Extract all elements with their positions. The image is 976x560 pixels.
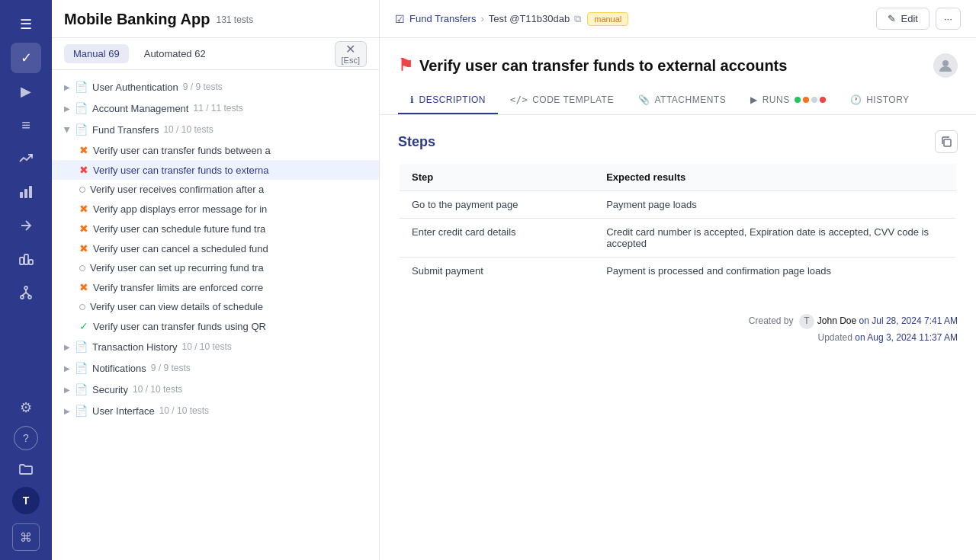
cmd-shortcut[interactable]: ⌘ bbox=[12, 523, 40, 551]
manual-tab[interactable]: Manual 69 bbox=[64, 44, 129, 63]
group-header-notifications[interactable]: ▶ 📄 Notifications 9 / 9 tests bbox=[52, 357, 379, 379]
tab-description[interactable]: ℹ DESCRIPTION bbox=[398, 87, 498, 114]
step-cell: Enter credit card details bbox=[399, 219, 594, 258]
status-orange-icon: ✖ bbox=[79, 222, 88, 235]
edit-button[interactable]: ✎ Edit bbox=[876, 8, 929, 30]
description-icon: ℹ bbox=[410, 94, 415, 105]
group-name: Transaction History bbox=[92, 341, 178, 353]
copy-steps-icon bbox=[940, 136, 952, 148]
step-cell: Submit payment bbox=[399, 258, 594, 286]
automated-tab[interactable]: Automated 62 bbox=[135, 44, 215, 63]
svg-rect-1 bbox=[24, 189, 27, 198]
sidebar: ☰ ✓ ▶ ≡ bbox=[0, 0, 52, 560]
svg-line-11 bbox=[26, 293, 30, 296]
folder-icon[interactable] bbox=[11, 453, 41, 484]
item-label: Verify app displays error message for in bbox=[93, 203, 267, 215]
group-header-account[interactable]: ▶ 📄 Account Management 11 / 11 tests bbox=[52, 98, 379, 119]
user-profile-icon[interactable] bbox=[933, 53, 958, 78]
list-item[interactable]: ✖ Verify user can transfer funds between… bbox=[52, 140, 379, 160]
left-panel: Mobile Banking App 131 tests Manual 69 A… bbox=[52, 0, 380, 560]
group-header-fund-transfers[interactable]: ▶ 📄 Fund Transfers 10 / 10 tests bbox=[52, 119, 379, 140]
group-header-security[interactable]: ▶ 📄 Security 10 / 10 tests bbox=[52, 379, 379, 400]
group-name: Fund Transfers bbox=[92, 124, 159, 136]
runs-icon: ▶ bbox=[750, 94, 758, 105]
menu-icon[interactable]: ☰ bbox=[11, 9, 41, 40]
table-row: Go to the payment page Payment page load… bbox=[399, 191, 957, 219]
status-empty-icon bbox=[79, 265, 85, 271]
list-item[interactable]: ✖ Verify user can cancel a scheduled fun… bbox=[52, 238, 379, 258]
check-icon[interactable]: ✓ bbox=[11, 43, 41, 73]
item-label: Verify user can schedule future fund tra bbox=[93, 223, 265, 235]
settings-icon[interactable]: ⚙ bbox=[11, 392, 41, 423]
svg-point-6 bbox=[24, 286, 27, 290]
list-item[interactable]: ✖ Verify user can schedule future fund t… bbox=[52, 219, 379, 238]
trend-icon[interactable] bbox=[11, 143, 41, 174]
attachment-icon: 📎 bbox=[638, 94, 650, 105]
manual-badge: manual bbox=[587, 12, 628, 26]
list-item[interactable]: ✖ Verify transfer limits are enforced co… bbox=[52, 277, 379, 297]
export-icon[interactable] bbox=[11, 210, 41, 241]
tab-code-template[interactable]: </> CODE TEMPLATE bbox=[498, 87, 626, 114]
doc-icon: 📄 bbox=[75, 102, 88, 114]
tab-history[interactable]: 🕐 HISTORY bbox=[838, 87, 922, 114]
list-item[interactable]: Verify user can view details of schedule bbox=[52, 297, 379, 316]
table-header-row: Step Expected results bbox=[399, 163, 957, 191]
group-header-ui[interactable]: ▶ 📄 User Interface 10 / 10 tests bbox=[52, 400, 379, 421]
esc-button[interactable]: ✕ [Esc] bbox=[335, 41, 367, 67]
status-orange-icon: ✖ bbox=[79, 203, 88, 215]
tab-attachments[interactable]: 📎 ATTACHMENTS bbox=[626, 87, 738, 114]
tab-label: HISTORY bbox=[866, 94, 909, 105]
list-item[interactable]: Verify user can set up recurring fund tr… bbox=[52, 258, 379, 277]
run-dot-green bbox=[795, 97, 801, 103]
breadcrumb-separator: › bbox=[480, 13, 483, 24]
more-options-button[interactable]: ··· bbox=[936, 8, 961, 30]
list-icon[interactable]: ≡ bbox=[11, 110, 41, 140]
copy-icon[interactable]: ⧉ bbox=[574, 13, 581, 25]
item-label: Verify user can cancel a scheduled fund bbox=[93, 243, 268, 254]
list-item[interactable]: ✓ Verify user can transfer funds using Q… bbox=[52, 316, 379, 336]
help-icon[interactable]: ? bbox=[14, 426, 38, 450]
runs-status-dots bbox=[795, 97, 826, 103]
code-icon: </> bbox=[510, 94, 528, 105]
history-icon: 🕐 bbox=[850, 94, 862, 105]
chevron-right-icon: ▶ bbox=[64, 104, 70, 113]
run-dot-gray bbox=[811, 97, 817, 103]
chevron-right-icon: ▶ bbox=[64, 343, 70, 351]
app-title: Mobile Banking App bbox=[64, 11, 210, 28]
group-count: 10 / 10 tests bbox=[159, 405, 209, 416]
tab-label: CODE TEMPLATE bbox=[532, 94, 614, 105]
copy-steps-button[interactable] bbox=[935, 130, 958, 153]
status-empty-icon bbox=[79, 187, 85, 193]
author-name: John Doe bbox=[817, 313, 856, 330]
tab-label: ATTACHMENTS bbox=[654, 94, 726, 105]
list-item-selected[interactable]: ✖ Verify user can transfer funds to exte… bbox=[52, 160, 379, 180]
status-orange-icon: ✖ bbox=[79, 144, 88, 156]
group-count: 11 / 11 tests bbox=[193, 103, 242, 114]
group-header-user-auth[interactable]: ▶ 📄 User Authentication 9 / 9 tests bbox=[52, 76, 379, 98]
doc-icon: 📄 bbox=[75, 383, 88, 395]
tab-runs[interactable]: ▶ RUNS bbox=[738, 87, 838, 114]
play-icon[interactable]: ▶ bbox=[11, 76, 41, 107]
content-area: ⚑ Verify user can transfer funds to exte… bbox=[380, 38, 976, 560]
breadcrumb-parent[interactable]: Fund Transfers bbox=[409, 13, 476, 24]
doc-icon: 📄 bbox=[75, 81, 88, 93]
table-row: Submit payment Payment is processed and … bbox=[399, 258, 957, 286]
test-title-text: Verify user can transfer funds to extern… bbox=[419, 57, 787, 75]
table-row: Enter credit card details Credit card nu… bbox=[399, 219, 957, 258]
item-label: Verify user can view details of schedule bbox=[90, 301, 263, 312]
fork-icon[interactable] bbox=[11, 277, 41, 308]
user-avatar[interactable]: T bbox=[12, 487, 40, 514]
item-label: Verify user can transfer funds to extern… bbox=[93, 165, 269, 176]
list-item[interactable]: ✖ Verify app displays error message for … bbox=[52, 199, 379, 219]
group-user-interface: ▶ 📄 User Interface 10 / 10 tests bbox=[52, 400, 379, 421]
list-item[interactable]: Verify user receives confirmation after … bbox=[52, 180, 379, 199]
breadcrumb-current: Test @T11b30dab bbox=[489, 13, 570, 24]
bar-chart-icon[interactable] bbox=[11, 244, 41, 274]
group-header-transaction[interactable]: ▶ 📄 Transaction History 10 / 10 tests bbox=[52, 336, 379, 357]
group-fund-transfers: ▶ 📄 Fund Transfers 10 / 10 tests ✖ Verif… bbox=[52, 119, 379, 336]
svg-rect-13 bbox=[944, 139, 951, 146]
expected-cell: Payment page loads bbox=[594, 191, 957, 219]
analytics-icon[interactable] bbox=[11, 177, 41, 207]
item-label: Verify transfer limits are enforced corr… bbox=[93, 282, 263, 293]
right-panel: ☑ Fund Transfers › Test @T11b30dab ⧉ man… bbox=[380, 0, 976, 560]
